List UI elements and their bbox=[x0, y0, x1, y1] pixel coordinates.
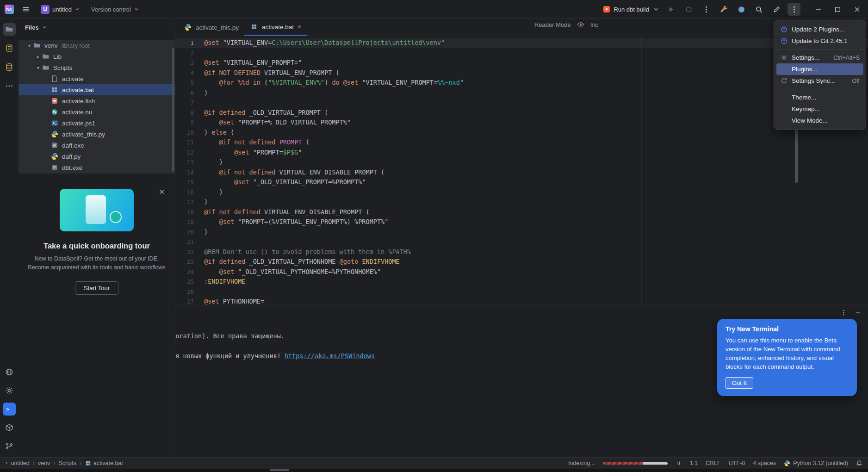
tree-item-activate-nu[interactable]: activate.nu bbox=[19, 106, 175, 118]
illustration-screen bbox=[86, 195, 106, 224]
menu-item-label: Theme... bbox=[792, 94, 816, 101]
breadcrumb-label: untitled bbox=[11, 460, 29, 466]
git-tool-button[interactable] bbox=[3, 440, 16, 453]
tree-item-daff-py[interactable]: daff.py bbox=[19, 151, 175, 162]
settings-gear-button[interactable] bbox=[3, 384, 16, 397]
inspections-widget[interactable]: Inc bbox=[590, 21, 598, 28]
menu-item-view-mode[interactable]: View Mode... bbox=[776, 115, 863, 126]
tree-item-label: activate.ps1 bbox=[62, 120, 95, 127]
run-configuration-widget[interactable]: Run dbt build bbox=[603, 6, 660, 13]
breadcrumb-venv[interactable]: venv bbox=[38, 460, 50, 466]
tree-item-activate-bat[interactable]: activate.bat bbox=[19, 84, 175, 95]
tree-item-daff-exe[interactable]: daff.exe bbox=[19, 140, 175, 151]
database-tool-button[interactable] bbox=[3, 61, 16, 74]
line-number: 26 bbox=[175, 287, 204, 297]
notifications-bell-icon[interactable] bbox=[856, 460, 862, 466]
run-button[interactable] bbox=[664, 3, 677, 16]
bat-icon bbox=[50, 86, 59, 94]
pause-indexing-button[interactable] bbox=[676, 460, 682, 466]
interpreter-widget[interactable]: Python 3.12 (untitled) bbox=[784, 460, 848, 466]
notification-body: You can use this menu to enable the Beta… bbox=[725, 336, 849, 371]
terminal-tool-button[interactable]: >_ bbox=[3, 403, 16, 416]
code-text: @set "PROMPT=(%VIRTUAL_ENV_PROMPT%) %PRO… bbox=[204, 217, 388, 227]
line-separator[interactable]: CRLF bbox=[706, 460, 721, 466]
menu-item-update-to-git-2-45-1[interactable]: Update to Git 2.45.1 bbox=[776, 35, 863, 47]
terminal-options-button[interactable] bbox=[840, 309, 847, 316]
caret-position[interactable]: 1:1 bbox=[690, 460, 698, 466]
menu-item-theme[interactable]: Theme... bbox=[776, 92, 863, 103]
tree-item-dbt-exe[interactable]: dbt.exe bbox=[19, 162, 175, 173]
chevron-right-icon[interactable]: ▸ bbox=[35, 54, 42, 59]
close-tab-icon[interactable]: × bbox=[298, 24, 301, 30]
dbt-icon bbox=[603, 6, 610, 13]
tree-scrollbar[interactable] bbox=[172, 48, 174, 172]
project-selector[interactable]: U untitled bbox=[38, 3, 83, 16]
breadcrumb-activate-bat[interactable]: activate.bat bbox=[85, 460, 123, 467]
menu-item-label: Plugins... bbox=[792, 66, 818, 73]
main-kebab-menu-button[interactable] bbox=[787, 3, 800, 16]
main-menu-button[interactable] bbox=[19, 3, 32, 16]
tree-item-label: daff.py bbox=[62, 153, 81, 160]
tree-item-activate[interactable]: activate bbox=[19, 73, 175, 84]
code-line-5: 5 @for %%d in ("%VIRTUAL_ENV%") do @set … bbox=[175, 78, 868, 88]
chevron-down-icon[interactable]: ▾ bbox=[26, 43, 33, 48]
tree-item-activate-this-py[interactable]: activate_this.py bbox=[19, 129, 175, 140]
code-line-11: 11 @if not defined PROMPT ( bbox=[175, 137, 868, 148]
ai-assistant-icon[interactable] bbox=[735, 3, 748, 16]
python-packages-tool-button[interactable] bbox=[3, 421, 16, 434]
editor-tab-activate-this-py[interactable]: activate_this.py bbox=[178, 19, 244, 36]
profile-button[interactable] bbox=[682, 3, 695, 16]
terminal-link[interactable]: https://aka.ms/PSWindows bbox=[285, 352, 375, 360]
tree-item-scripts[interactable]: ▾Scripts bbox=[19, 62, 175, 73]
code-viewport[interactable]: 1@set "VIRTUAL_ENV=C:\Users\User\Dataspe… bbox=[175, 36, 868, 305]
maximize-button[interactable] bbox=[831, 3, 844, 16]
breadcrumb-scripts[interactable]: Scripts bbox=[58, 460, 76, 466]
code-text: @set "_OLD_VIRTUAL_PYTHONHOME=%PYTHONHOM… bbox=[204, 267, 381, 277]
exe-icon bbox=[50, 141, 59, 149]
menu-item-update-2-plugins[interactable]: Update 2 Plugins... bbox=[776, 24, 863, 35]
got-it-button[interactable]: Got It bbox=[725, 377, 753, 389]
vcs-widget[interactable]: Version control bbox=[88, 3, 142, 16]
code-line-9: 9 @set "PROMPT=%_OLD_VIRTUAL_PROMPT%" bbox=[175, 118, 868, 128]
close-icon[interactable]: ✕ bbox=[159, 188, 165, 196]
horizontal-scrollbar[interactable] bbox=[270, 469, 289, 471]
more-run-actions-button[interactable] bbox=[700, 3, 713, 16]
notebooks-tool-button[interactable] bbox=[3, 42, 16, 55]
menu-item-settings[interactable]: Settings...Ctrl+Alt+S bbox=[776, 52, 863, 63]
tree-item-lib[interactable]: ▸Lib bbox=[19, 51, 175, 62]
editor-tab-activate-bat[interactable]: activate.bat× bbox=[244, 19, 307, 36]
project-tool-button[interactable] bbox=[3, 23, 16, 36]
indent-size[interactable]: 4 spaces bbox=[753, 460, 776, 466]
more-tools-button[interactable] bbox=[3, 80, 16, 93]
search-everywhere-button[interactable] bbox=[752, 3, 765, 16]
code-text: ) bbox=[204, 88, 208, 98]
tree-item-activate-fish[interactable]: activate.fish bbox=[19, 95, 175, 106]
start-tour-button[interactable]: Start Tour bbox=[75, 281, 118, 295]
hide-terminal-button[interactable] bbox=[855, 309, 862, 316]
tree-item-activate-ps1[interactable]: activate.ps1 bbox=[19, 118, 175, 129]
code-line-6: 6) bbox=[175, 88, 868, 98]
minimize-button[interactable] bbox=[812, 3, 825, 16]
close-window-button[interactable] bbox=[850, 3, 863, 16]
tab-label: activate_this.py bbox=[196, 24, 239, 31]
code-text: @if defined _OLD_VIRTUAL_PYTHONHOME @got… bbox=[204, 257, 400, 267]
project-badge: U bbox=[41, 5, 50, 14]
line-number: 17 bbox=[175, 197, 204, 207]
inspections-eye-icon[interactable] bbox=[577, 21, 584, 28]
chevron-down-icon[interactable]: ▾ bbox=[35, 65, 42, 70]
menu-item-settings-sync[interactable]: Settings Sync...Off bbox=[776, 75, 863, 87]
endpoints-tool-button[interactable] bbox=[3, 366, 16, 379]
notification-title: Try New Terminal bbox=[725, 325, 849, 333]
ps1-icon bbox=[50, 119, 59, 127]
wrench-icon[interactable] bbox=[717, 3, 730, 16]
files-panel-header[interactable]: Files bbox=[19, 19, 175, 36]
tree-item-venv[interactable]: ▾venvlibrary root bbox=[19, 40, 175, 51]
pen-icon[interactable] bbox=[770, 3, 783, 16]
reader-mode-toggle[interactable]: Reader Mode bbox=[534, 21, 571, 28]
breadcrumb-untitled[interactable]: untitled bbox=[11, 460, 29, 466]
code-line-21: 21 bbox=[175, 237, 868, 247]
menu-item-keymap[interactable]: Keymap... bbox=[776, 103, 863, 115]
menu-item-plugins[interactable]: Plugins... bbox=[776, 63, 863, 75]
interpreter-label: Python 3.12 (untitled) bbox=[793, 460, 848, 466]
file-encoding[interactable]: UTF-8 bbox=[729, 460, 745, 466]
